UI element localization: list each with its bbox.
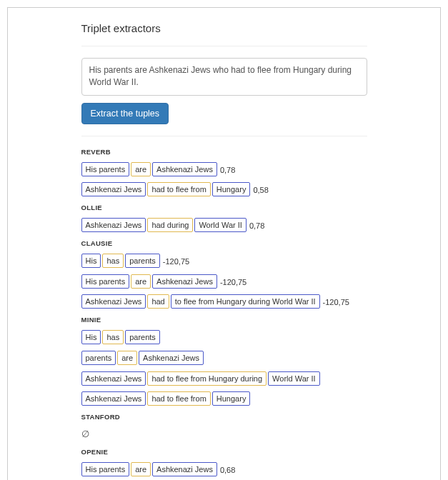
triplet-row: Ashkenazi Jewshad to flee fromHungary [81, 391, 367, 408]
section-heading: REVERB [81, 148, 367, 156]
section-heading: OPENIE [81, 448, 367, 456]
page-title: Triplet extractors [81, 22, 367, 34]
triplet-score: -120,75 [323, 294, 349, 310]
section-heading: STANFORD [81, 413, 367, 421]
section-heading: CLAUSIE [81, 239, 367, 247]
triplet-subject: Ashkenazi Jews [81, 391, 146, 406]
triplet-object: parents [125, 330, 160, 344]
triplet-relation: has [102, 254, 124, 268]
triplet-subject: His parents [81, 274, 130, 289]
triplet-row: Ashkenazi Jewshad to flee fromHungary0,5… [81, 182, 367, 199]
triplet-row: His parentsareAshkenazi Jews0,68 [81, 461, 367, 478]
triplet-row: Ashkenazi Jewshad to flee from Hungary d… [81, 371, 367, 387]
triplet-subject: Ashkenazi Jews [81, 294, 146, 309]
triplet-row: parentsareAshkenazi Jews [81, 350, 367, 366]
triplet-object: Hungary [212, 182, 251, 196]
sentence-input[interactable]: His parents are Ashkenazi Jews who had t… [81, 58, 367, 96]
triplet-row: Hishasparents [81, 329, 367, 346]
triplet-score: 0,68 [220, 462, 235, 478]
triplet-object: Ashkenazi Jews [139, 351, 204, 365]
triplet-relation: has [102, 330, 124, 344]
triplet-relation: had to flee from [147, 391, 210, 406]
triplet-object: World War II [194, 218, 247, 232]
triplet-score: -120,75 [220, 274, 247, 290]
triplet-object: Ashkenazi Jews [152, 162, 217, 176]
triplet-score: 0,78 [220, 162, 235, 178]
triplet-row: Ashkenazi Jewshadto flee from Hungary du… [81, 294, 367, 311]
triplet-relation: had during [147, 218, 193, 232]
triplet-relation: are [117, 351, 137, 365]
triplet-relation: are [131, 274, 151, 289]
triplet-subject: Ashkenazi Jews [81, 371, 146, 386]
triplet-score: 0,78 [249, 218, 264, 234]
triplet-relation: are [131, 462, 151, 476]
section-heading: OLLIE [81, 204, 367, 211]
triplet-subject: His parents [81, 462, 130, 476]
triplet-relation: had [147, 294, 169, 309]
section-heading: MINIE [81, 316, 367, 324]
triplet-row: His parentsareAshkenazi Jews-120,75 [81, 274, 367, 290]
triplet-object: World War II [268, 371, 320, 386]
triplet-object: parents [125, 254, 160, 268]
triplet-row: Ashkenazi Jewshad duringWorld War II0,78 [81, 217, 367, 234]
triplet-relation: had to flee from [147, 182, 210, 196]
triplet-object: Hungary [212, 391, 251, 406]
triplet-relation: had to flee from Hungary during [147, 371, 267, 386]
triplet-row: His parentsareAshkenazi Jews0,78 [81, 161, 367, 178]
triplet-score: 0,58 [253, 182, 268, 198]
extract-button[interactable]: Extract the tuples [81, 103, 169, 124]
triplet-object: to flee from Hungary during World War II [171, 294, 320, 309]
divider [81, 136, 367, 136]
triplet-subject: His [81, 330, 101, 344]
triplet-object: Ashkenazi Jews [152, 462, 217, 476]
triplet-subject: parents [81, 351, 116, 365]
triplet-subject: His [81, 254, 101, 268]
triplet-subject: His parents [81, 162, 130, 176]
triplet-subject: Ashkenazi Jews [81, 218, 146, 232]
triplet-row: Hishasparents-120,75 [81, 253, 367, 269]
triplet-relation: are [131, 162, 151, 176]
triplet-subject: Ashkenazi Jews [81, 182, 146, 196]
divider [81, 46, 367, 46]
empty-result: ∅ [81, 426, 367, 442]
triplet-object: Ashkenazi Jews [152, 274, 217, 289]
triplet-score: -120,75 [163, 254, 189, 269]
